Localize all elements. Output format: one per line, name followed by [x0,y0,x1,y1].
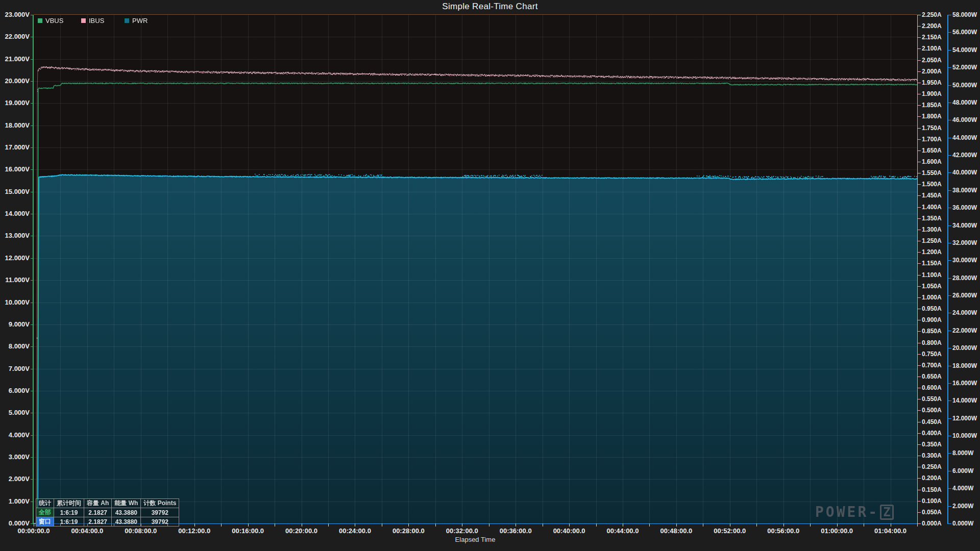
current-tick-label: 1.200A [922,248,942,256]
current-tick [918,60,921,61]
current-tick-label: 2.250A [922,11,942,18]
current-tick [918,71,921,72]
voltage-tick [31,523,33,524]
stats-label-window: 窗口 [36,517,54,527]
current-tick-label: 0.900A [922,316,942,323]
power-tick-label: 40.000W [952,169,977,176]
current-tick-label: 0.350A [922,441,942,448]
time-tick-label: 00:12:00.0 [178,527,210,535]
legend-item-pwr[interactable]: PWR [125,17,168,24]
power-tick-label: 48.000W [952,99,977,106]
current-tick [918,467,921,467]
power-tick [948,313,951,313]
current-tick [918,37,921,38]
legend-item-ibus[interactable]: IBUS [81,17,125,24]
current-tick-label: 0.300A [922,452,942,459]
voltage-tick-label: 6.000V [0,387,30,394]
legend-item-vbus[interactable]: VBUS [38,17,81,24]
voltage-tick-label: 11.000V [0,276,30,284]
current-tick-label: 1.700A [922,136,942,143]
voltage-tick [31,192,33,192]
current-tick [918,48,921,49]
current-tick [918,365,921,366]
power-tick [948,331,951,331]
current-tick-label: 2.000A [922,68,942,75]
power-tick-label: 0.000W [952,520,973,527]
voltage-tick [31,369,33,369]
current-tick-label: 2.100A [922,45,942,52]
time-tick [730,523,730,527]
plot-area[interactable] [34,15,917,523]
chart-canvas[interactable] [34,15,917,523]
current-tick-label: 0.750A [922,350,942,358]
power-tick [948,523,951,524]
voltage-tick [31,258,33,259]
voltage-tick [31,126,33,126]
legend: VBUS IBUS PWR [38,17,168,24]
current-tick [918,151,921,151]
voltage-tick [31,479,33,480]
voltage-tick-label: 13.000V [0,232,30,239]
time-tick [756,523,757,527]
voltage-tick-label: 1.000V [0,497,30,505]
voltage-tick-label: 21.000V [0,55,30,63]
power-tick-label: 32.000W [952,239,977,246]
powerz-watermark-logo: POWER- Z [815,504,894,520]
current-tick-label: 0.450A [922,418,942,425]
time-tick [435,523,436,527]
power-tick [948,506,951,507]
stats-header-capacity: 容量 Ah [84,499,112,508]
time-tick [703,523,703,527]
power-tick-label: 58.000W [952,11,977,18]
power-tick-label: 54.000W [952,46,977,54]
voltage-tick-label: 4.000V [0,431,30,439]
current-tick-label: 0.000A [922,520,942,527]
voltage-tick-label: 7.000V [0,365,30,372]
voltage-tick-label: 18.000V [0,121,30,129]
current-tick-label: 0.400A [922,430,942,437]
power-tick-label: 14.000W [952,397,977,404]
power-tick [948,155,951,156]
current-tick [918,252,921,253]
current-tick [918,173,921,173]
current-tick [918,523,921,524]
pwr-swatch-icon [125,18,129,23]
time-tick-label: 00:16:00.0 [232,527,264,535]
current-tick [918,94,921,94]
current-tick-label: 0.500A [922,407,942,414]
power-tick-label: 12.000W [952,415,977,422]
voltage-tick-label: 22.000V [0,33,30,40]
voltage-tick [31,457,33,458]
power-tick [948,418,951,419]
current-tick [918,388,921,388]
current-tick [918,512,921,513]
power-tick [948,436,951,436]
time-tick [355,523,355,527]
current-tick [918,478,921,479]
time-tick [676,523,677,527]
time-tick [516,523,516,527]
current-tick [918,263,921,264]
time-tick-label: 01:04:00.0 [874,527,906,535]
time-tick-label: 00:52:00.0 [714,527,746,535]
voltage-tick-label: 23.000V [0,11,30,18]
time-tick-label: 00:04:00.0 [71,527,103,535]
power-tick [948,138,951,138]
chart-title: Simple Real-Time Chart [0,2,980,12]
power-tick-label: 38.000W [952,187,977,194]
time-tick [810,523,811,527]
power-tick [948,190,951,191]
current-tick [918,433,921,434]
power-tick [948,32,951,33]
current-tick-label: 0.150A [922,486,942,493]
time-tick [34,523,34,527]
power-tick [948,453,951,454]
current-tick [918,15,921,15]
stats-all-capacity: 2.1827 [84,508,112,517]
stats-table: 统计 累计时间 容量 Ah 能量 Wh 计数 Points 全部 1:6:19 … [36,498,179,527]
current-tick [918,309,921,309]
power-tick-label: 44.000W [952,134,977,141]
current-tick-label: 1.050A [922,283,942,290]
power-tick-label: 8.000W [952,449,973,457]
stats-header-energy: 能量 Wh [112,499,141,508]
